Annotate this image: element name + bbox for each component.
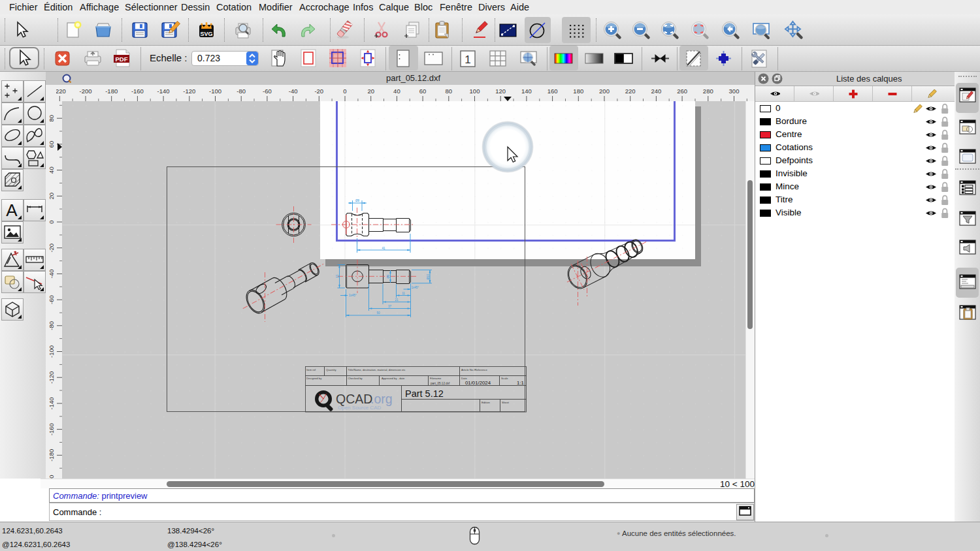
svg-text:-180: -180 — [48, 449, 55, 462]
svg-text:180: 180 — [573, 87, 583, 95]
svg-text:100: 100 — [470, 87, 480, 95]
svg-text:200: 200 — [599, 87, 610, 95]
svg-text:Item ref: Item ref — [306, 368, 316, 371]
svg-text:21: 21 — [395, 298, 399, 302]
svg-text:Approved by - date: Approved by - date — [382, 377, 405, 380]
svg-text:Edition: Edition — [482, 401, 490, 404]
svg-text:60: 60 — [48, 141, 55, 148]
svg-text:Ø6: Ø6 — [387, 274, 390, 279]
svg-text:-100: -100 — [209, 87, 221, 95]
svg-text:-140: -140 — [48, 397, 55, 409]
svg-text:-120: -120 — [183, 87, 195, 95]
svg-text:Article No./Reference: Article No./Reference — [461, 368, 487, 371]
svg-text:Ø10: Ø10 — [427, 274, 430, 279]
svg-text:1: 1 — [465, 54, 470, 66]
svg-text:-160: -160 — [48, 423, 55, 435]
svg-text:PDF: PDF — [116, 55, 128, 63]
svg-text:120: 120 — [495, 87, 506, 95]
svg-text:50: 50 — [376, 311, 380, 315]
svg-text:-200: -200 — [79, 87, 91, 95]
svg-text:280: 280 — [703, 87, 713, 95]
svg-text:40: 40 — [48, 166, 55, 174]
svg-text:11: 11 — [402, 292, 405, 295]
svg-text:-180: -180 — [105, 87, 118, 95]
svg-text:80: 80 — [446, 87, 453, 95]
svg-text:240: 240 — [651, 87, 661, 95]
svg-text:Filename: Filename — [430, 377, 442, 380]
svg-text:0: 0 — [48, 220, 55, 223]
svg-text:10: 10 — [336, 274, 339, 278]
svg-text:-140: -140 — [157, 87, 170, 95]
svg-text:-100: -100 — [48, 345, 55, 358]
svg-text:-20: -20 — [48, 244, 55, 253]
svg-text:SVG: SVG — [200, 31, 212, 37]
svg-text:A: A — [6, 200, 18, 220]
svg-text:1x45°: 1x45° — [412, 286, 419, 289]
svg-text:1:1: 1:1 — [517, 380, 524, 386]
svg-text:-160: -160 — [131, 87, 144, 95]
svg-text:Designed by: Designed by — [306, 377, 322, 380]
svg-text:-220: -220 — [56, 87, 66, 95]
svg-text:Scale: Scale — [501, 377, 508, 380]
svg-text:-80: -80 — [48, 321, 55, 330]
svg-text:40: 40 — [393, 87, 400, 95]
svg-text:-20: -20 — [314, 87, 323, 95]
svg-text:220: 220 — [625, 87, 636, 95]
svg-text:160: 160 — [547, 87, 558, 95]
svg-text:-120: -120 — [48, 371, 55, 384]
svg-text:260: 260 — [677, 87, 687, 95]
svg-text:Ø8: Ø8 — [355, 199, 360, 202]
svg-text:Part 5.12: Part 5.12 — [405, 388, 444, 399]
svg-text:140: 140 — [521, 87, 532, 95]
svg-text:-40: -40 — [48, 270, 55, 279]
svg-text:-80: -80 — [237, 87, 246, 95]
svg-text:300: 300 — [729, 87, 740, 95]
svg-text:Title/Name, destination, mater: Title/Name, destination, material, dimen… — [348, 368, 406, 371]
svg-text:60: 60 — [419, 87, 427, 95]
svg-text:Quantity: Quantity — [326, 368, 337, 371]
svg-text:41: 41 — [382, 247, 385, 250]
svg-text:1x45°: 1x45° — [349, 294, 357, 297]
svg-text:0: 0 — [343, 87, 346, 95]
svg-text:20: 20 — [48, 193, 55, 200]
svg-text:Open Source CAD: Open Source CAD — [338, 405, 381, 411]
svg-text:Sheet: Sheet — [502, 401, 510, 404]
svg-text:-60: -60 — [263, 87, 272, 95]
svg-text:01/01/2024: 01/01/2024 — [465, 380, 491, 386]
svg-text:-40: -40 — [289, 87, 298, 95]
svg-text:80: 80 — [48, 115, 55, 122]
svg-text:37: 37 — [388, 305, 392, 308]
svg-text:20: 20 — [367, 87, 374, 95]
svg-text:Checked by: Checked by — [348, 377, 363, 380]
svg-text:part_05.12.dxf: part_05.12.dxf — [431, 382, 450, 385]
svg-text:-60: -60 — [48, 295, 55, 304]
